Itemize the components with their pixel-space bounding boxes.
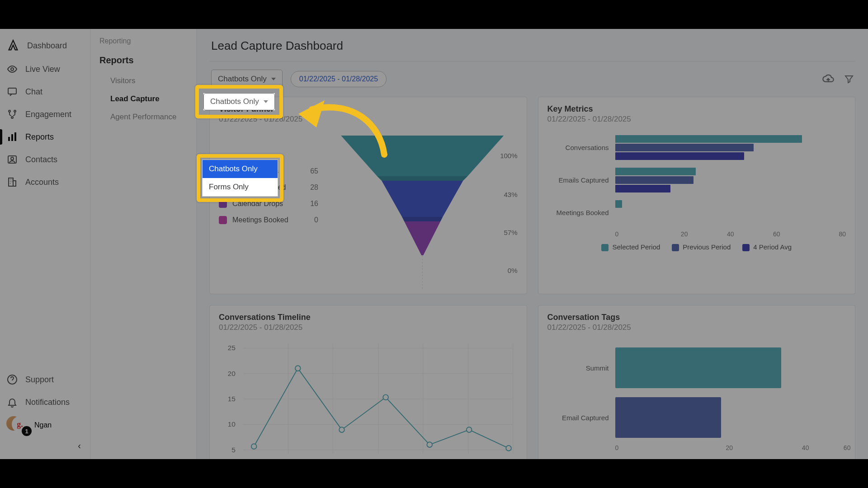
highlight-dropdown: Chatbots Only Forms Only [197, 154, 283, 202]
svg-marker-17 [402, 217, 443, 221]
card-subtitle: 01/22/2025 - 01/28/2025 [547, 323, 846, 332]
source-filter-select-highlight[interactable]: Chatbots Only [203, 93, 275, 110]
nav-dashboard[interactable]: Dashboard [0, 33, 90, 58]
filter-button[interactable] [843, 73, 855, 85]
chevron-left-icon: ‹ [78, 441, 81, 450]
card-title: Conversations Timeline [219, 313, 518, 322]
card-subtitle: 01/22/2025 - 01/28/2025 [219, 323, 518, 332]
reports-subnav: Reporting Reports Visitors Lead Capture … [90, 29, 197, 459]
nav-accounts[interactable]: Accounts [0, 171, 90, 193]
nav-label: Dashboard [27, 41, 67, 51]
svg-marker-16 [382, 181, 463, 217]
svg-rect-5 [8, 137, 10, 141]
branch-icon [6, 108, 18, 120]
conversation-tags-card: Conversation Tags 01/22/2025 - 01/28/202… [538, 305, 856, 459]
nav-label: Live View [25, 65, 60, 74]
building-icon [6, 176, 18, 188]
logo-icon [6, 39, 20, 52]
svg-point-40 [467, 427, 472, 432]
bars-icon [6, 131, 18, 143]
primary-nav: Dashboard Live View Chat Engagement [0, 29, 90, 459]
help-icon [6, 374, 18, 385]
subnav-agent-performance[interactable]: Agent Performance [99, 108, 187, 126]
svg-point-4 [11, 117, 13, 118]
svg-point-2 [9, 110, 10, 112]
page-title: Lead Capture Dashboard [211, 39, 855, 53]
export-button[interactable] [822, 73, 835, 85]
caret-down-icon [271, 78, 276, 80]
subnav-lead-capture[interactable]: Lead Capture [99, 90, 187, 108]
svg-point-38 [383, 394, 388, 400]
nav-support[interactable]: Support [0, 368, 90, 391]
svg-point-41 [506, 446, 511, 451]
funnel-chart: 100% 43% 57% 0% [327, 136, 518, 289]
svg-rect-6 [11, 134, 13, 141]
key-metrics-chart: Conversations Emails Captured [547, 131, 846, 251]
avatar: g. 1 [6, 416, 29, 434]
svg-rect-1 [8, 88, 16, 94]
subnav-heading: Reports [99, 55, 187, 66]
key-metrics-card: Key Metrics 01/22/2025 - 01/28/2025 Conv… [538, 97, 856, 294]
svg-point-9 [11, 157, 14, 160]
svg-text:25: 25 [228, 344, 236, 352]
subnav-eyebrow: Reporting [99, 37, 187, 45]
nav-notifications[interactable]: Notifications [0, 391, 90, 413]
card-subtitle: 01/22/2025 - 01/28/2025 [547, 115, 846, 124]
nav-engagement[interactable]: Engagement [0, 103, 90, 126]
svg-text:5: 5 [231, 446, 236, 454]
card-title: Conversation Tags [547, 313, 846, 322]
svg-text:10: 10 [228, 420, 236, 428]
notification-badge: 1 [22, 426, 32, 436]
filter-bar: Chatbots Only 01/22/2025 - 01/28/2025 [209, 61, 855, 97]
svg-marker-15 [377, 176, 467, 181]
svg-text:20: 20 [228, 370, 236, 377]
subnav-visitors[interactable]: Visitors [99, 72, 187, 90]
svg-point-3 [14, 110, 16, 112]
svg-point-37 [339, 427, 344, 432]
nav-label: Accounts [25, 178, 59, 187]
svg-marker-18 [404, 221, 440, 255]
svg-rect-10 [9, 178, 13, 186]
nav-contacts[interactable]: Contacts [0, 148, 90, 171]
nav-chat[interactable]: Chat [0, 80, 90, 103]
svg-rect-7 [14, 132, 16, 141]
svg-point-0 [11, 68, 14, 70]
nav-reports[interactable]: Reports [0, 126, 90, 148]
svg-point-39 [427, 442, 432, 447]
nav-label: Support [25, 375, 54, 385]
collapse-sidebar-button[interactable]: ‹ [0, 437, 90, 455]
timeline-chart: 25 20 15 10 5 [219, 338, 518, 459]
nav-label: Engagement [25, 110, 71, 119]
nav-live-view[interactable]: Live View [0, 58, 90, 80]
svg-text:15: 15 [228, 395, 236, 403]
nav-label: Notifications [25, 398, 70, 407]
svg-point-36 [295, 366, 301, 371]
highlight-source-filter: Chatbots Only [195, 85, 283, 118]
eye-icon [6, 63, 18, 75]
svg-point-35 [251, 444, 257, 449]
user-menu[interactable]: g. 1 Ngan [0, 413, 90, 437]
user-name: Ngan [34, 421, 52, 429]
conversations-timeline-card: Conversations Timeline 01/22/2025 - 01/2… [209, 305, 527, 459]
chat-icon [6, 86, 18, 98]
nav-label: Chat [25, 87, 42, 97]
nav-label: Reports [25, 132, 54, 142]
bell-icon [6, 396, 18, 408]
caret-down-icon [264, 100, 268, 103]
svg-marker-14 [341, 136, 504, 176]
select-value: Chatbots Only [218, 75, 267, 84]
person-icon [6, 154, 18, 165]
main-content: Lead Capture Dashboard Chatbots Only 01/… [197, 29, 868, 459]
dropdown-option-forms[interactable]: Forms Only [203, 178, 278, 196]
date-range-chip[interactable]: 01/22/2025 - 01/28/2025 [291, 71, 387, 87]
svg-rect-11 [13, 181, 16, 186]
card-title: Key Metrics [547, 104, 846, 114]
tags-chart: Summit Email Captured 0 20 40 60 [547, 343, 846, 452]
dropdown-option-chatbots[interactable]: Chatbots Only [203, 160, 278, 178]
nav-label: Contacts [25, 155, 57, 164]
